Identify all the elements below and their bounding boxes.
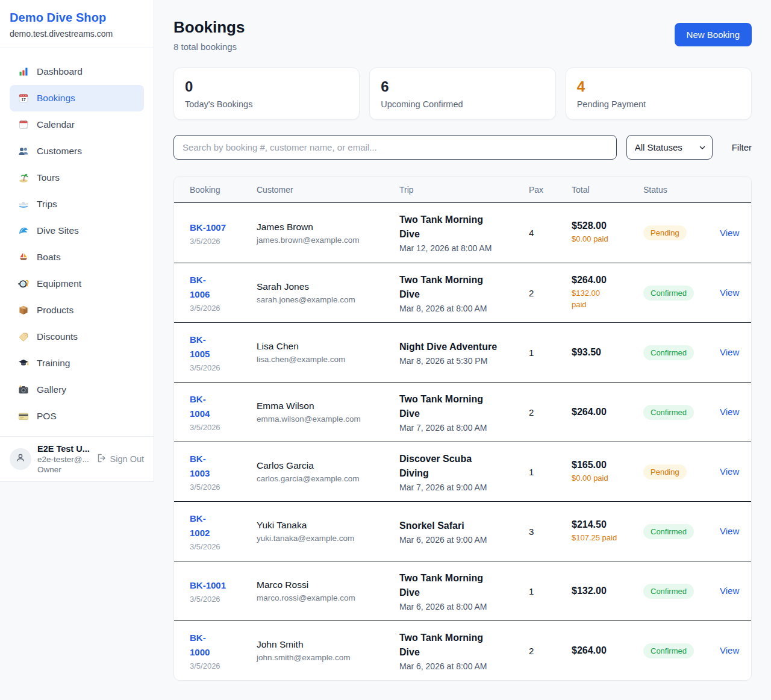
customer-email: yuki.tanaka@example.com (257, 534, 399, 543)
sidebar-item-label: Dashboard (37, 66, 83, 77)
booking-date: 3/5/2026 (190, 304, 257, 313)
sidebar-item-tours[interactable]: Tours (10, 164, 144, 191)
column-header-total: Total (572, 185, 643, 195)
table-body: BK-1007 3/5/2026 James Brown james.brown… (174, 203, 751, 680)
view-link[interactable]: View (720, 645, 739, 655)
view-link[interactable]: View (720, 466, 739, 477)
page-header: Bookings 8 total bookings New Booking (173, 18, 752, 52)
person-icon (14, 452, 27, 466)
pax-count: 1 (529, 467, 572, 477)
status-badge: Confirmed (643, 345, 694, 360)
view-link[interactable]: View (720, 407, 739, 417)
filter-button[interactable]: Filter (732, 142, 752, 152)
total-amount: $165.00 (572, 460, 643, 470)
sidebar-item-customers[interactable]: Customers (10, 138, 144, 164)
booking-link[interactable]: BK-1007 (190, 220, 226, 235)
sidebar-item-dashboard[interactable]: Dashboard (10, 58, 144, 85)
view-link[interactable]: View (720, 586, 739, 596)
view-link[interactable]: View (720, 287, 739, 298)
user-name: E2E Test U... (37, 444, 90, 454)
column-header-status: Status (643, 185, 720, 195)
booking-link[interactable]: BK-1001 (190, 578, 226, 593)
booking-date: 3/5/2026 (190, 363, 257, 372)
customer-name: Yuki Tanaka (257, 520, 399, 531)
speedboat-icon (18, 199, 29, 210)
customer-name: John Smith (257, 639, 399, 650)
view-link[interactable]: View (720, 347, 739, 357)
stat-label: Today's Bookings (185, 99, 348, 109)
sidebar-item-dive-sites[interactable]: Dive Sites (10, 217, 144, 244)
bookings-table: Booking Customer Trip Pax Total Status B… (173, 176, 752, 681)
table-row: BK- 1002 3/5/2026 Yuki Tanaka yuki.tanak… (174, 501, 751, 561)
column-header-customer: Customer (257, 185, 399, 195)
logout-icon (96, 453, 107, 465)
sidebar-item-training[interactable]: Training (10, 350, 144, 377)
table-row: BK-1007 3/5/2026 James Brown james.brown… (174, 203, 751, 263)
sidebar-item-products[interactable]: Products (10, 297, 144, 323)
total-amount: $264.00 (572, 407, 643, 417)
stat-label: Pending Payment (577, 99, 740, 109)
table-row: BK-1001 3/5/2026 Marco Rossi marco.rossi… (174, 561, 751, 620)
stat-value: 0 (185, 78, 348, 95)
sidebar-item-discounts[interactable]: Discounts (10, 323, 144, 350)
sidebar-item-gallery[interactable]: Gallery (10, 377, 144, 403)
booking-link[interactable]: BK- 1006 (190, 273, 210, 302)
customer-name: Carlos Garcia (257, 460, 399, 471)
search-input[interactable] (173, 135, 617, 160)
booking-link[interactable]: BK- 1003 (190, 452, 210, 481)
stat-value: 6 (381, 78, 544, 95)
booking-link[interactable]: BK- 1004 (190, 392, 210, 421)
column-header-pax: Pax (529, 185, 572, 195)
user-role: Owner (37, 465, 90, 474)
shop-domain: demo.test.divestreams.com (10, 29, 144, 39)
trip-name: Two Tank Morning Dive (399, 213, 501, 242)
status-badge: Confirmed (643, 584, 694, 599)
table-row: BK- 1000 3/5/2026 John Smith john.smith@… (174, 620, 751, 680)
customer-name: Emma Wilson (257, 401, 399, 411)
sidebar-item-label: Gallery (37, 384, 66, 395)
sidebar-item-boats[interactable]: Boats (10, 244, 144, 270)
sidebar-item-pos[interactable]: POS (10, 403, 144, 430)
trip-datetime: Mar 7, 2026 at 8:00 AM (399, 423, 529, 433)
status-badge: Pending (643, 464, 687, 480)
trip-datetime: Mar 7, 2026 at 9:00 AM (399, 483, 529, 492)
view-link[interactable]: View (720, 526, 739, 536)
booking-date: 3/5/2026 (190, 595, 257, 604)
bar-chart-icon (18, 66, 29, 77)
paid-amount: $0.00 paid (572, 234, 643, 245)
total-amount: $264.00 (572, 645, 643, 656)
sidebar-item-trips[interactable]: Trips (10, 191, 144, 217)
customer-email: carlos.garcia@example.com (257, 474, 399, 483)
shop-header: Demo Dive Shop demo.test.divestreams.com (0, 0, 154, 48)
sidebar-item-calendar[interactable]: Calendar (10, 111, 144, 138)
customers-icon (18, 146, 29, 157)
booking-link[interactable]: BK- 1005 (190, 333, 210, 361)
stat-label: Upcoming Confirmed (381, 99, 544, 109)
sidebar-item-label: Training (37, 358, 70, 369)
status-filter-select[interactable]: All Statuses (627, 136, 712, 159)
customer-email: sarah.jones@example.com (257, 295, 399, 304)
table-row: BK- 1005 3/5/2026 Lisa Chen lisa.chen@ex… (174, 322, 751, 382)
stat-value: 4 (577, 78, 740, 95)
sidebar-item-equipment[interactable]: Equipment (10, 270, 144, 297)
credit-card-icon (18, 411, 29, 422)
customer-name: James Brown (257, 222, 399, 233)
booking-date: 3/5/2026 (190, 661, 257, 670)
sign-out-label: Sign Out (110, 454, 144, 464)
page-subtitle: 8 total bookings (173, 42, 245, 52)
sign-out-button[interactable]: Sign Out (96, 453, 144, 465)
main-content: Bookings 8 total bookings New Booking 0 … (154, 0, 771, 699)
customer-name: Marco Rossi (257, 580, 399, 590)
trip-datetime: Mar 12, 2026 at 8:00 AM (399, 243, 529, 253)
new-booking-button[interactable]: New Booking (675, 23, 752, 46)
sidebar-item-bookings[interactable]: 17 Bookings (10, 85, 144, 111)
booking-link[interactable]: BK- 1002 (190, 511, 210, 540)
sidebar-item-label: POS (37, 411, 57, 422)
camera-icon (18, 384, 29, 395)
paid-amount: $107.25 paid (572, 533, 643, 544)
booking-link[interactable]: BK- 1000 (190, 631, 210, 660)
pax-count: 2 (529, 646, 572, 656)
booking-date: 3/5/2026 (190, 423, 257, 432)
view-link[interactable]: View (720, 228, 739, 238)
customer-email: james.brown@example.com (257, 236, 399, 245)
